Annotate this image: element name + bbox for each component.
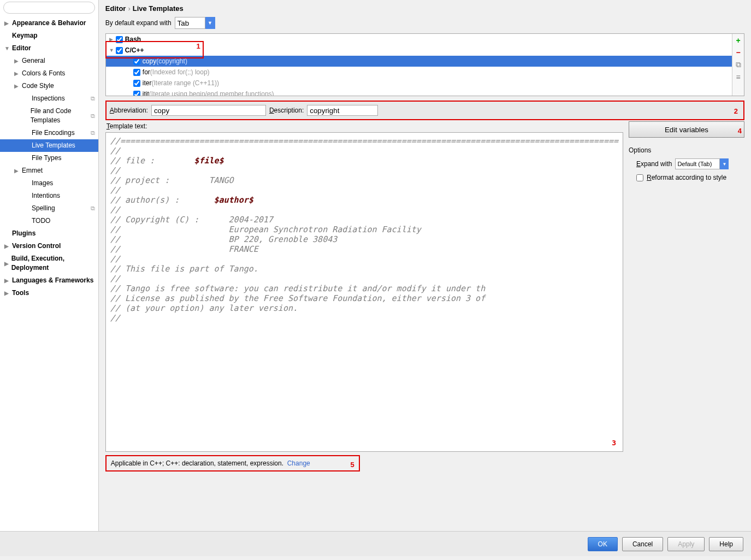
applicable-contexts: Applicable in C++; C++: declaration, sta…: [105, 455, 360, 471]
change-contexts-link[interactable]: Change: [287, 459, 310, 467]
abbreviation-row: AAbbreviation:bbreviation: Description: …: [105, 101, 744, 120]
sidebar-item-11[interactable]: ▶Emmet: [0, 164, 98, 177]
add-icon[interactable]: +: [736, 36, 740, 45]
sidebar-item-19[interactable]: ▶Languages & Frameworks: [0, 274, 98, 287]
sidebar-item-9[interactable]: Live Templates: [0, 139, 98, 152]
reformat-checkbox[interactable]: [636, 174, 643, 181]
sidebar-item-6[interactable]: Inspections⧉: [0, 92, 98, 105]
ok-button[interactable]: OK: [588, 537, 618, 551]
sidebar-item-3[interactable]: ▶General: [0, 55, 98, 67]
cancel-button[interactable]: Cancel: [622, 537, 663, 551]
remove-icon[interactable]: −: [736, 48, 740, 57]
apply-button[interactable]: Apply: [667, 537, 705, 551]
sidebar-item-14[interactable]: Spelling⧉: [0, 202, 98, 215]
template-text-label: Template text:: [105, 120, 623, 132]
chevron-down-icon[interactable]: ▼: [205, 17, 215, 29]
sidebar-item-20[interactable]: ▶Tools: [0, 287, 98, 299]
edit-variables-button[interactable]: Edit variables 4: [629, 121, 744, 138]
tree-row-5[interactable]: itit (Iterate using begin/end member fun…: [106, 89, 732, 96]
sidebar-item-10[interactable]: File Types: [0, 152, 98, 164]
chevron-down-icon[interactable]: ▼: [720, 158, 729, 169]
settings-sidebar: ▶Appearance & BehaviorKeymap▼Editor▶Gene…: [0, 0, 99, 531]
breadcrumb: Editor›Live Templates: [105, 2, 744, 17]
description-input[interactable]: [307, 105, 378, 116]
tree-row-4[interactable]: iter (Iterate range (C++11)): [106, 78, 732, 89]
content-pane: Editor›Live Templates By default expand …: [99, 0, 751, 531]
sidebar-item-8[interactable]: File Encodings⧉: [0, 127, 98, 139]
sidebar-item-0[interactable]: ▶Appearance & Behavior: [0, 17, 98, 30]
abbreviation-input[interactable]: [151, 105, 266, 116]
help-button[interactable]: Help: [709, 537, 743, 551]
search-input[interactable]: [3, 2, 95, 14]
sidebar-item-16[interactable]: Plugins: [0, 227, 98, 240]
expand-with-select[interactable]: ▼: [675, 158, 729, 169]
sidebar-item-13[interactable]: Intentions: [0, 190, 98, 202]
options-header: Options: [629, 146, 744, 154]
sidebar-item-1[interactable]: Keymap: [0, 30, 98, 42]
sidebar-item-2[interactable]: ▼Editor: [0, 42, 98, 55]
sidebar-item-4[interactable]: ▶Colors & Fonts: [0, 67, 98, 80]
expand-select[interactable]: ▼: [175, 17, 215, 29]
copy-icon[interactable]: ⧉: [736, 60, 741, 69]
sidebar-item-7[interactable]: File and Code Templates⧉: [0, 105, 98, 127]
dialog-footer: OK Cancel Apply Help: [0, 531, 751, 556]
sidebar-item-12[interactable]: Images: [0, 177, 98, 190]
sidebar-item-17[interactable]: ▶Version Control: [0, 240, 98, 252]
tree-row-3[interactable]: for (Indexed for(;;) loop): [106, 67, 732, 78]
expand-label: By default expand with: [105, 19, 172, 27]
sidebar-item-5[interactable]: ▶Code Style: [0, 80, 98, 92]
template-text-editor[interactable]: //======================================…: [105, 132, 623, 452]
sidebar-item-18[interactable]: ▶Build, Execution, Deployment: [0, 252, 98, 274]
sidebar-item-15[interactable]: TODO: [0, 215, 98, 227]
settings-icon[interactable]: ≡: [736, 73, 740, 81]
annotation-1: 1: [105, 41, 204, 58]
